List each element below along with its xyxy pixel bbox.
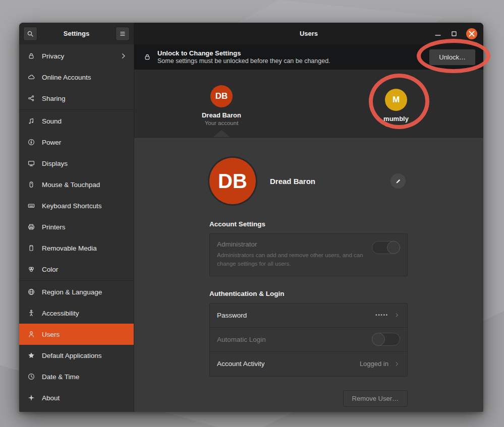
maximize-icon: [450, 30, 458, 38]
avatar: DB: [210, 85, 233, 107]
sidebar: PrivacyOnline AccountsSharingSoundPowerD…: [19, 44, 134, 412]
sidebar-item-label: Sound: [42, 117, 62, 125]
sidebar-header: Settings: [19, 23, 134, 44]
row-account-activity[interactable]: Account ActivityLogged in: [210, 352, 407, 376]
row-text: Automatic Login: [217, 336, 266, 343]
share-icon: [27, 94, 35, 102]
sidebar-item-region-language[interactable]: Region & Language: [19, 281, 134, 302]
power-icon: [27, 138, 35, 146]
close-icon: [468, 30, 476, 38]
window-body: PrivacyOnline AccountsSharingSoundPowerD…: [19, 44, 483, 412]
minimize-button[interactable]: [434, 30, 442, 38]
clock-icon: [27, 373, 35, 381]
sidebar-separator: [19, 109, 134, 110]
row-label: Automatic Login: [217, 336, 266, 343]
accessibility-icon: [27, 309, 35, 317]
edit-name-button[interactable]: [390, 173, 406, 189]
printer-icon: [27, 223, 35, 231]
profile-header: DB Dread Baron: [209, 157, 408, 205]
user-name: Dread Baron: [202, 111, 241, 119]
sidebar-item-sharing[interactable]: Sharing: [19, 88, 134, 109]
row-text: Password: [217, 312, 247, 319]
remove-user-button[interactable]: Remove User…: [343, 390, 408, 407]
sidebar-item-date-time[interactable]: Date & Time: [19, 366, 134, 387]
sidebar-item-label: Removable Media: [42, 245, 97, 252]
auth-login-heading: Authentication & Login: [209, 290, 408, 297]
sidebar-item-label: Color: [42, 266, 58, 273]
sidebar-item-about[interactable]: About: [19, 387, 134, 408]
banner-subtitle: Some settings must be unlocked before th…: [157, 57, 330, 65]
account-settings-heading: Account Settings: [209, 220, 408, 228]
music-note-icon: [27, 117, 35, 125]
menu-button[interactable]: [116, 27, 130, 41]
sidebar-item-accessibility[interactable]: Accessibility: [19, 302, 134, 324]
sidebar-item-users[interactable]: Users: [19, 324, 134, 345]
administrator-toggle[interactable]: [372, 241, 400, 254]
row-administrator: AdministratorAdministrators can add and …: [210, 234, 407, 276]
sidebar-item-power[interactable]: Power: [19, 132, 134, 153]
sidebar-item-keyboard-shortcuts[interactable]: Keyboard Shortcuts: [19, 195, 134, 216]
search-icon: [26, 30, 34, 38]
maximize-button[interactable]: [450, 30, 458, 38]
row-right: [372, 241, 400, 254]
row-password[interactable]: Password•••••: [210, 303, 407, 328]
titlebar: Settings Users: [19, 23, 483, 44]
row-label: Account Activity: [217, 360, 265, 368]
menu-icon: [119, 30, 127, 38]
sidebar-item-sound[interactable]: Sound: [19, 110, 134, 132]
lock-icon: [143, 53, 151, 61]
automatic-login-toggle[interactable]: [372, 333, 400, 346]
sidebar-item-label: Default Applications: [42, 352, 102, 359]
removable-media-icon: [27, 244, 35, 252]
sidebar-item-online-accounts[interactable]: Online Accounts: [19, 67, 134, 88]
sidebar-item-privacy[interactable]: Privacy: [19, 45, 134, 67]
sidebar-separator: [19, 280, 134, 281]
sidebar-title: Settings: [37, 30, 116, 37]
row-label: Password: [217, 312, 247, 319]
close-button[interactable]: [466, 28, 477, 39]
banner-title: Unlock to Change Settings: [157, 49, 330, 57]
sidebar-item-color[interactable]: Color: [19, 259, 134, 280]
users-panel: Unlock to Change Settings Some settings …: [134, 44, 483, 412]
cloud-icon: [27, 73, 35, 81]
avatar-initials: DB: [218, 170, 247, 193]
row-label: Administrator: [217, 240, 368, 248]
sidebar-item-default-applications[interactable]: Default Applications: [19, 345, 134, 366]
users-icon: [27, 330, 35, 338]
user-carousel: DBDread BaronYour accountMmumbly: [134, 70, 483, 138]
sidebar-item-removable-media[interactable]: Removable Media: [19, 237, 134, 259]
main-header: Users: [134, 23, 483, 44]
row-text: AdministratorAdministrators can add and …: [217, 240, 368, 269]
keyboard-icon: [27, 202, 35, 210]
sidebar-item-printers[interactable]: Printers: [19, 216, 134, 237]
window-title: Users: [134, 30, 483, 37]
row-description: Administrators can add and remove other …: [217, 251, 368, 269]
pencil-icon: [395, 178, 402, 185]
sidebar-item-label: Mouse & Touchpad: [42, 181, 100, 189]
chevron-right-icon: [120, 52, 128, 60]
row-right: Logged in: [360, 360, 400, 368]
user-chip-dread-baron[interactable]: DBDread BaronYour account: [202, 81, 241, 126]
sidebar-item-label: Keyboard Shortcuts: [42, 202, 102, 210]
globe-icon: [27, 288, 35, 296]
row-value: •••••: [375, 313, 388, 318]
sidebar-item-mouse-touchpad[interactable]: Mouse & Touchpad: [19, 174, 134, 195]
unlock-button[interactable]: Unlock…: [429, 49, 476, 66]
user-chip-mumbly[interactable]: Mmumbly: [383, 85, 409, 123]
search-button[interactable]: [23, 27, 37, 41]
user-subtitle: Your account: [205, 120, 239, 126]
profile-name: Dread Baron: [270, 177, 315, 186]
sidebar-item-label: Printers: [42, 223, 66, 231]
row-right: [372, 333, 400, 346]
sparkle-icon: [27, 394, 35, 402]
account-settings-box: AdministratorAdministrators can add and …: [209, 233, 408, 276]
sidebar-item-displays[interactable]: Displays: [19, 153, 134, 174]
mouse-icon: [27, 180, 35, 189]
row-right: •••••: [375, 312, 400, 318]
sidebar-item-label: Power: [42, 139, 61, 146]
sidebar-item-label: Date & Time: [42, 373, 79, 381]
avatar: DB: [209, 158, 256, 204]
banner-text: Unlock to Change Settings Some settings …: [157, 49, 330, 65]
row-automatic-login: Automatic Login: [210, 328, 407, 352]
sidebar-item-label: Online Accounts: [42, 74, 91, 81]
